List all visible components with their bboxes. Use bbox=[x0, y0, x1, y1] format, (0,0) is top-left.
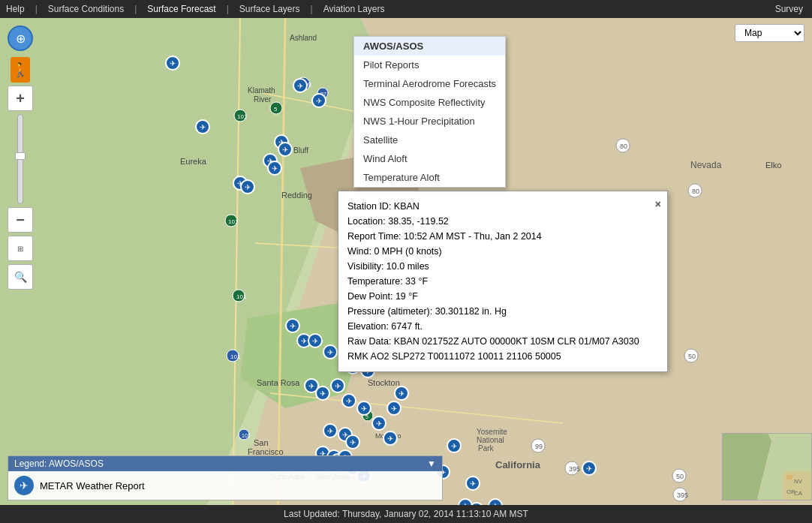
plane-marker[interactable] bbox=[278, 142, 293, 157]
dropdown-item-wind-aloft[interactable]: Wind Aloft bbox=[354, 149, 505, 168]
search-button[interactable]: 🔍 bbox=[8, 264, 33, 290]
plane-marker[interactable] bbox=[371, 416, 386, 431]
svg-text:Klamath: Klamath bbox=[248, 86, 275, 95]
svg-text:Redding: Redding bbox=[281, 191, 312, 200]
map-type-wrapper[interactable]: Map Satellite Hybrid Terrain bbox=[735, 24, 804, 42]
nav-aviation-layers[interactable]: Aviation Layers bbox=[317, 4, 391, 14]
plane-marker[interactable] bbox=[447, 438, 462, 453]
dropdown-item-nws-precipitation[interactable]: NWS 1-Hour Precipitation bbox=[354, 112, 505, 131]
map-container[interactable]: Eureka Redding Klamath River Red Bluff S… bbox=[0, 18, 812, 523]
svg-text:50: 50 bbox=[676, 473, 684, 480]
sep2: | bbox=[134, 4, 137, 14]
zoom-thumb[interactable] bbox=[15, 152, 26, 160]
svg-text:395: 395 bbox=[677, 491, 688, 499]
svg-text:101: 101 bbox=[236, 293, 247, 300]
plane-marker[interactable] bbox=[356, 401, 371, 416]
station-visibility: Visibility: 10.0 miles bbox=[347, 259, 658, 274]
map-controls: ⊕ 🚶 + − ⊞ 🔍 bbox=[8, 26, 33, 290]
station-popup-close[interactable]: × bbox=[655, 196, 661, 212]
svg-text:Stockton: Stockton bbox=[368, 378, 400, 387]
svg-text:Yosemite: Yosemite bbox=[477, 428, 507, 436]
status-text: Last Updated: Thursday, January 02, 2014… bbox=[284, 509, 528, 519]
mini-map-svg: OR NV CA bbox=[723, 434, 812, 500]
pan-control[interactable]: ⊕ bbox=[8, 26, 33, 51]
station-raw-data-line2: RMK AO2 SLP272 T00111072 10011 21106 500… bbox=[347, 349, 658, 364]
topbar: Help | Surface Conditions | Surface Fore… bbox=[0, 0, 812, 18]
street-view-control[interactable]: 🚶 bbox=[11, 57, 30, 83]
dropdown-item-pilot-reports[interactable]: Pilot Reports bbox=[354, 56, 505, 74]
plane-marker[interactable] bbox=[394, 386, 409, 401]
svg-rect-68 bbox=[786, 475, 792, 479]
svg-text:Ashland: Ashland bbox=[290, 34, 317, 42]
station-report-time: Report Time: 10:52 AM MST - Thu, Jan 2 2… bbox=[347, 229, 658, 244]
sep4: | bbox=[311, 4, 313, 14]
svg-text:Nevada: Nevada bbox=[690, 160, 722, 170]
station-temperature: Temperature: 33 °F bbox=[347, 274, 658, 289]
legend-header: Legend: AWOS/ASOS ▼ bbox=[8, 456, 442, 471]
plane-marker[interactable] bbox=[341, 393, 356, 408]
svg-text:101: 101 bbox=[242, 433, 251, 438]
survey-button[interactable]: Survey bbox=[766, 4, 812, 14]
legend-bar: Legend: AWOS/ASOS ▼ ✈ METAR Weather Repo… bbox=[8, 455, 443, 500]
svg-text:CA: CA bbox=[794, 490, 803, 497]
mini-map[interactable]: OR NV CA bbox=[722, 433, 812, 500]
plane-marker[interactable] bbox=[195, 119, 210, 134]
svg-text:California: California bbox=[495, 459, 541, 470]
station-raw-data: Raw Data: KBAN 021752Z AUTO 00000KT 10SM… bbox=[347, 334, 658, 349]
plane-marker[interactable] bbox=[330, 378, 345, 393]
svg-text:National: National bbox=[477, 436, 504, 444]
svg-text:Elko: Elko bbox=[765, 161, 781, 170]
legend-item-label: METAR Weather Report bbox=[40, 480, 145, 491]
svg-text:395: 395 bbox=[569, 465, 580, 473]
plane-marker[interactable] bbox=[315, 386, 330, 401]
svg-text:Park: Park bbox=[478, 444, 495, 452]
dropdown-item-nws-reflectivity[interactable]: NWS Composite Reflectivity bbox=[354, 93, 505, 112]
aviation-layers-dropdown[interactable]: AWOS/ASOS Pilot Reports Terminal Aerodro… bbox=[353, 36, 506, 188]
plane-marker[interactable] bbox=[165, 56, 180, 71]
plane-marker[interactable] bbox=[386, 401, 401, 416]
svg-text:101: 101 bbox=[230, 353, 241, 360]
map-type-select[interactable]: Map Satellite Hybrid Terrain bbox=[735, 24, 804, 42]
svg-text:80: 80 bbox=[692, 188, 699, 195]
plane-marker[interactable] bbox=[240, 179, 255, 194]
plane-marker[interactable] bbox=[285, 318, 300, 333]
plane-marker[interactable] bbox=[582, 461, 597, 476]
plane-marker[interactable] bbox=[323, 344, 338, 359]
nav-surface-forecast[interactable]: Surface Forecast bbox=[141, 4, 221, 14]
sep3: | bbox=[227, 4, 229, 14]
legend-header-text: Legend: AWOS/ASOS bbox=[14, 458, 104, 469]
nav-surface-layers[interactable]: Surface Layers bbox=[233, 4, 306, 14]
plane-marker[interactable] bbox=[383, 431, 398, 446]
sep1: | bbox=[35, 4, 38, 14]
plane-marker[interactable] bbox=[308, 333, 323, 348]
svg-text:Eureka: Eureka bbox=[180, 157, 207, 166]
station-dew-point: Dew Point: 19 °F bbox=[347, 289, 658, 304]
nav-surface-conditions[interactable]: Surface Conditions bbox=[42, 4, 130, 14]
dropdown-item-terminal-aerodrome[interactable]: Terminal Aerodrome Forecasts bbox=[354, 74, 505, 93]
legend-icon: ✈ bbox=[14, 476, 34, 495]
svg-text:River: River bbox=[254, 95, 272, 104]
dropdown-item-awos-asos[interactable]: AWOS/ASOS bbox=[354, 37, 505, 56]
zoom-out-button[interactable]: − bbox=[8, 207, 33, 233]
plane-marker[interactable] bbox=[323, 423, 338, 438]
station-popup: × Station ID: KBAN Location: 38.35, -119… bbox=[338, 191, 668, 372]
zoom-slider[interactable] bbox=[17, 114, 23, 204]
station-pressure: Pressure (altimeter): 30.301182 in. Hg bbox=[347, 304, 658, 319]
plane-marker[interactable] bbox=[293, 78, 308, 93]
svg-text:50: 50 bbox=[688, 353, 696, 360]
svg-text:99: 99 bbox=[535, 443, 543, 450]
plane-marker[interactable] bbox=[465, 476, 480, 491]
svg-text:Santa Rosa: Santa Rosa bbox=[257, 378, 300, 387]
station-location: Location: 38.35, -119.52 bbox=[347, 214, 658, 229]
nav-help[interactable]: Help bbox=[0, 4, 31, 14]
dropdown-item-satellite[interactable]: Satellite bbox=[354, 131, 505, 149]
legend-collapse-button[interactable]: ▼ bbox=[427, 458, 436, 469]
svg-text:NV: NV bbox=[794, 478, 803, 485]
plane-marker[interactable] bbox=[345, 434, 360, 449]
plane-marker[interactable] bbox=[311, 93, 326, 108]
zoom-in-button[interactable]: + bbox=[8, 86, 33, 111]
plane-marker[interactable] bbox=[267, 161, 282, 176]
svg-text:101: 101 bbox=[237, 113, 248, 120]
dropdown-item-temperature-aloft[interactable]: Temperature Aloft bbox=[354, 168, 505, 187]
scale-control[interactable]: ⊞ bbox=[8, 236, 33, 261]
